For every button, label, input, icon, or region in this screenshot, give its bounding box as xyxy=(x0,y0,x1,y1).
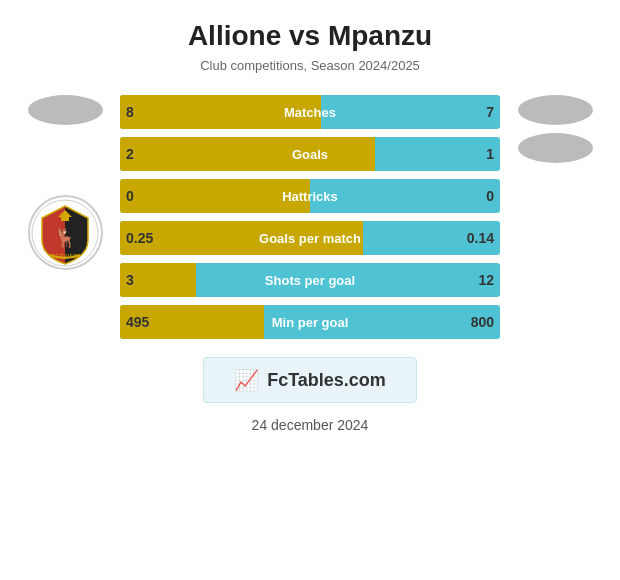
stat-row: Shots per goal312 xyxy=(120,263,500,297)
stat-left-value: 8 xyxy=(126,104,134,120)
stat-bar-bg: Shots per goal xyxy=(120,263,500,297)
svg-text:🦌: 🦌 xyxy=(54,227,77,249)
stat-right-value: 0.14 xyxy=(467,230,494,246)
svg-text:SERAING: SERAING xyxy=(51,253,78,259)
club-logo: 🦌 SERAING xyxy=(28,195,103,270)
stat-label: Hattricks xyxy=(120,189,500,204)
stat-bar-bg: Matches xyxy=(120,95,500,129)
bars-section: Matches87Goals21Hattricks00Goals per mat… xyxy=(120,95,500,339)
page-title: Allione vs Mpanzu xyxy=(188,20,432,52)
stat-bar-bg: Hattricks xyxy=(120,179,500,213)
stat-left-value: 3 xyxy=(126,272,134,288)
right-oval-2 xyxy=(518,133,593,163)
right-column xyxy=(500,95,610,163)
stat-right-value: 12 xyxy=(478,272,494,288)
stats-layout: 🦌 SERAING Matches87Goals21Hattricks00Goa… xyxy=(10,95,610,339)
stat-label: Goals xyxy=(120,147,500,162)
stat-left-value: 0.25 xyxy=(126,230,153,246)
stat-right-value: 7 xyxy=(486,104,494,120)
stat-label: Matches xyxy=(120,105,500,120)
stat-left-value: 495 xyxy=(126,314,149,330)
stat-bar-bg: Goals per match xyxy=(120,221,500,255)
date-label: 24 december 2024 xyxy=(252,417,369,433)
stat-row: Matches87 xyxy=(120,95,500,129)
stat-right-value: 0 xyxy=(486,188,494,204)
left-column: 🦌 SERAING xyxy=(10,95,120,270)
stat-row: Goals21 xyxy=(120,137,500,171)
stat-bar-bg: Min per goal xyxy=(120,305,500,339)
fctables-icon: 📈 xyxy=(234,368,259,392)
stat-row: Hattricks00 xyxy=(120,179,500,213)
subtitle: Club competitions, Season 2024/2025 xyxy=(200,58,420,73)
fctables-text: FcTables.com xyxy=(267,370,386,391)
right-oval-1 xyxy=(518,95,593,125)
stat-right-value: 1 xyxy=(486,146,494,162)
stat-label: Min per goal xyxy=(120,315,500,330)
stat-right-value: 800 xyxy=(471,314,494,330)
stat-label: Shots per goal xyxy=(120,273,500,288)
stat-bar-bg: Goals xyxy=(120,137,500,171)
stat-row: Min per goal495800 xyxy=(120,305,500,339)
stat-label: Goals per match xyxy=(120,231,500,246)
left-oval-1 xyxy=(28,95,103,125)
fctables-banner: 📈 FcTables.com xyxy=(203,357,417,403)
stat-left-value: 2 xyxy=(126,146,134,162)
stat-row: Goals per match0.250.14 xyxy=(120,221,500,255)
stat-left-value: 0 xyxy=(126,188,134,204)
